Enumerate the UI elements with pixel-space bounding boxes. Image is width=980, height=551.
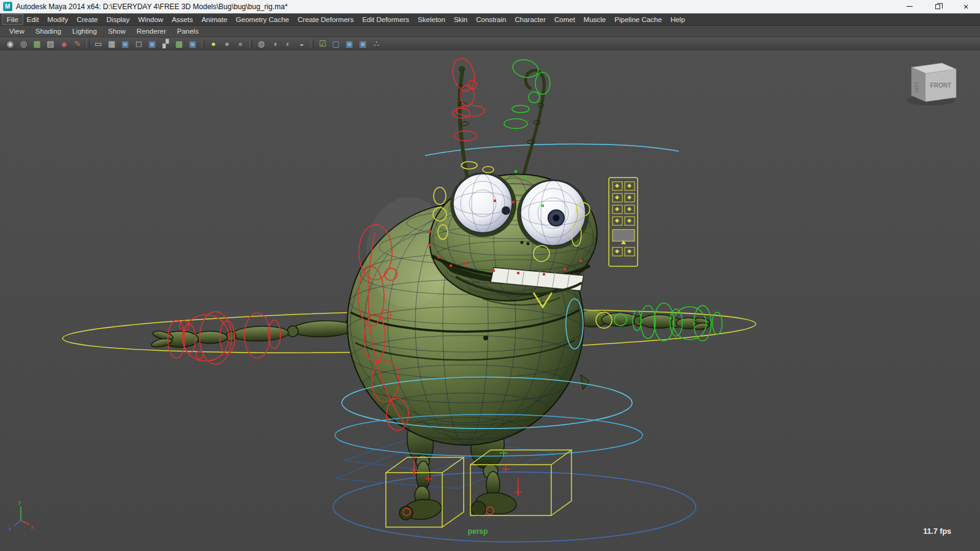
menu-create[interactable]: Create [72, 15, 102, 24]
panel-menu-bar: View Shading Lighting Show Renderer Pane… [0, 26, 980, 37]
menu-pipeline-cache[interactable]: Pipeline Cache [610, 15, 666, 24]
occlusion-icon[interactable]: ◒ [295, 38, 308, 50]
camera-label: persp [468, 527, 488, 536]
menu-skin[interactable]: Skin [450, 15, 472, 24]
field-chart-icon[interactable]: ◻ [132, 38, 145, 50]
image-plane-icon[interactable]: ▤ [44, 38, 57, 50]
bug-right-arm[interactable] [577, 310, 710, 331]
maya-app-icon: M [3, 2, 12, 11]
view-cube[interactable]: FRONT LEFT [907, 63, 956, 105]
safe-title-icon[interactable]: ▞ [159, 38, 172, 50]
menu-animate[interactable]: Animate [197, 15, 232, 24]
film-gate-icon[interactable]: ▭ [92, 38, 105, 50]
shaded-mode-icon[interactable]: ● [221, 38, 233, 50]
textured-mode-icon[interactable]: ● [234, 38, 247, 50]
bug-antennae[interactable] [458, 66, 544, 192]
shadows-icon[interactable]: ◐ [282, 38, 295, 50]
toolbar-separator [249, 39, 252, 48]
view-cube-left-label[interactable]: LEFT [914, 81, 919, 92]
panel-toolbar: ◉◎▦▤◈✎▭▦▣◻▣▞▩▣●●●◍◑◐◒☑▢▣▣∴ [0, 37, 980, 50]
textured-display-icon[interactable]: ▣ [186, 38, 199, 50]
menu-constrain[interactable]: Constrain [472, 15, 510, 24]
axis-x-label: x [31, 524, 34, 530]
character-picker-panel[interactable] [609, 178, 638, 266]
window-title: Autodesk Maya 2014 x64: D:\EVERYDAY 4\FR… [16, 2, 892, 11]
panelmenu-renderer[interactable]: Renderer [131, 26, 172, 36]
restore-icon [935, 4, 940, 9]
menu-file[interactable]: File [2, 15, 23, 24]
toolbar-separator [311, 39, 314, 48]
panelmenu-shading[interactable]: Shading [30, 26, 67, 36]
menu-edit-deformers[interactable]: Edit Deformers [358, 15, 413, 24]
viewport-panel[interactable]: FRONT LEFT y x z persp 11.7 fps [0, 50, 980, 551]
resolution-gate-icon[interactable]: ▦ [105, 38, 118, 50]
gate-mask-icon[interactable]: ▣ [119, 38, 132, 50]
all-lights-icon[interactable]: ◑ [268, 38, 281, 50]
highlight-selection-icon[interactable]: ▩ [173, 38, 186, 50]
default-lighting-icon[interactable]: ◍ [255, 38, 268, 50]
panelmenu-view[interactable]: View [4, 26, 30, 36]
menu-help[interactable]: Help [666, 15, 690, 24]
rig-controls-red-antenna[interactable] [450, 56, 484, 141]
grease-pencil-icon[interactable]: ✎ [71, 38, 84, 50]
menu-geometry-cache[interactable]: Geometry Cache [232, 15, 293, 24]
menu-window[interactable]: Window [134, 15, 167, 24]
menu-assets[interactable]: Assets [167, 15, 197, 24]
toolbar-separator [86, 39, 89, 48]
share-nodes-icon[interactable]: ∴ [370, 38, 383, 50]
menu-comet[interactable]: Comet [550, 15, 579, 24]
viewport-scene[interactable]: FRONT LEFT y x z persp 11.7 fps [0, 50, 980, 551]
minimize-icon [907, 6, 913, 7]
menu-bar: File Edit Modify Create Display Window A… [0, 13, 980, 26]
axis-y-label: y [18, 499, 21, 505]
isolate-select-icon[interactable]: ☑ [316, 38, 329, 50]
camera-attributes-icon[interactable]: ◎ [17, 38, 30, 50]
panelmenu-panels[interactable]: Panels [172, 26, 204, 36]
menu-modify[interactable]: Modify [43, 15, 72, 24]
fps-label: 11.7 fps [923, 527, 951, 536]
exposure-icon[interactable]: ▣ [356, 38, 369, 50]
toolbar-separator [202, 39, 205, 48]
select-camera-icon[interactable]: ◉ [4, 38, 17, 50]
menu-edit[interactable]: Edit [23, 15, 43, 24]
axis-triad: y x z [9, 499, 34, 532]
menu-display[interactable]: Display [102, 15, 134, 24]
window-controls: × [895, 0, 980, 13]
minimize-button[interactable] [895, 0, 924, 13]
two-d-pan-zoom-icon[interactable]: ◈ [58, 38, 70, 50]
wireframe-mode-icon[interactable]: ● [207, 38, 220, 50]
xray-icon[interactable]: ▢ [330, 38, 342, 50]
safe-action-icon[interactable]: ▣ [146, 38, 159, 50]
panelmenu-lighting[interactable]: Lighting [67, 26, 102, 36]
panelmenu-show[interactable]: Show [102, 26, 131, 36]
close-button[interactable]: × [952, 0, 980, 13]
bookmarks-icon[interactable]: ▦ [31, 38, 43, 50]
menu-character[interactable]: Character [510, 15, 550, 24]
xray-joints-icon[interactable]: ▣ [343, 38, 356, 50]
view-cube-front-label[interactable]: FRONT [930, 82, 951, 89]
axis-z-label: z [9, 526, 12, 532]
menu-skeleton[interactable]: Skeleton [413, 15, 450, 24]
menu-create-deformers[interactable]: Create Deformers [293, 15, 358, 24]
title-bar: M Autodesk Maya 2014 x64: D:\EVERYDAY 4\… [0, 0, 980, 13]
restore-button[interactable] [924, 0, 952, 13]
menu-muscle[interactable]: Muscle [579, 15, 610, 24]
